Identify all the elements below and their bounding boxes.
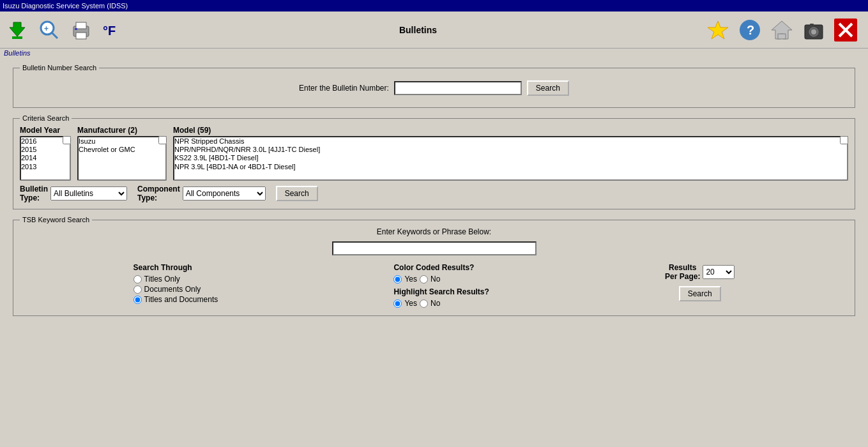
title-bar: Isuzu Diagnostic Service System (IDSS) bbox=[0, 0, 868, 11]
toolbar-right: ? bbox=[704, 17, 859, 43]
criteria-search-button[interactable]: Search bbox=[276, 186, 318, 201]
highlight-no-radio[interactable] bbox=[420, 299, 428, 308]
bulletin-number-label: Enter the Bulletin Number: bbox=[299, 84, 389, 93]
tsb-search-button[interactable]: Search bbox=[679, 286, 721, 301]
home-icon[interactable] bbox=[768, 17, 795, 43]
svg-rect-8 bbox=[75, 28, 77, 30]
svg-point-17 bbox=[811, 29, 816, 34]
tsb-keyword-legend: TSB Keyword Search bbox=[20, 216, 92, 224]
bulletin-type-group: BulletinType: All Bulletins TSB Campaign… bbox=[20, 185, 127, 202]
manufacturer-header: Manufacturer (2) bbox=[77, 126, 167, 135]
close-icon[interactable] bbox=[832, 17, 859, 43]
bulletin-number-input[interactable] bbox=[394, 81, 522, 95]
documents-only-row: Documents Only bbox=[133, 285, 218, 294]
bulletin-number-search-button[interactable]: Search bbox=[527, 80, 569, 96]
toolbar: + °F Bulletins bbox=[0, 11, 868, 49]
print-icon[interactable] bbox=[68, 17, 95, 43]
titles-only-label: Titles Only bbox=[144, 275, 180, 284]
model-year-list-wrapper: 2016 2015 2014 2013 bbox=[20, 136, 71, 181]
keyword-label: Enter Keywords or Phrase Below: bbox=[377, 227, 491, 236]
tsb-options-row: Search Through Titles Only Documents Onl… bbox=[20, 263, 848, 309]
model-year-all-checkbox[interactable] bbox=[63, 136, 71, 144]
svg-marker-10 bbox=[708, 21, 728, 39]
model-year-col: Model Year 2016 2015 2014 2013 bbox=[20, 126, 71, 181]
color-coded-label: Color Coded Results? bbox=[393, 263, 489, 272]
svg-rect-7 bbox=[76, 33, 86, 39]
svg-text:?: ? bbox=[747, 23, 754, 37]
color-coded-no-label: No bbox=[430, 275, 440, 284]
search-zoom-icon[interactable]: + bbox=[36, 17, 63, 43]
app-title: Isuzu Diagnostic Service System (IDSS) bbox=[3, 2, 128, 10]
component-type-label: ComponentType: bbox=[137, 185, 180, 202]
highlight-label: Highlight Search Results? bbox=[393, 287, 489, 296]
bulletin-type-label: BulletinType: bbox=[20, 185, 48, 202]
color-coded-section: Color Coded Results? Yes No Highlight Se… bbox=[393, 263, 489, 309]
manufacturer-list-wrapper: Isuzu Chevrolet or GMC bbox=[77, 136, 167, 181]
search-through-label: Search Through bbox=[133, 263, 218, 272]
help-icon[interactable]: ? bbox=[736, 17, 763, 43]
results-per-page-group: ResultsPer Page: 10 20 30 50 bbox=[665, 263, 735, 281]
main-content: Bulletin Number Search Enter the Bulleti… bbox=[0, 57, 868, 447]
svg-marker-0 bbox=[10, 22, 25, 36]
model-list-wrapper: NPR Stripped Chassis NPR/NPRHD/NQR/NRR 3… bbox=[173, 136, 848, 181]
search-through-section: Search Through Titles Only Documents Onl… bbox=[133, 263, 218, 305]
titles-only-row: Titles Only bbox=[133, 275, 218, 284]
svg-text:+: + bbox=[44, 24, 49, 33]
results-per-page-select[interactable]: 10 20 30 50 bbox=[703, 265, 735, 279]
bulletin-number-row: Enter the Bulletin Number: Search bbox=[20, 75, 848, 101]
svg-text:°F: °F bbox=[103, 24, 116, 38]
highlight-yes-row: Yes No bbox=[393, 299, 489, 308]
favorites-icon[interactable] bbox=[704, 17, 731, 43]
temperature-icon[interactable]: °F bbox=[100, 17, 126, 43]
titles-and-documents-radio[interactable] bbox=[133, 296, 142, 304]
highlight-yes-radio[interactable] bbox=[393, 299, 402, 308]
manufacturer-col: Manufacturer (2) Isuzu Chevrolet or GMC bbox=[77, 126, 167, 181]
toolbar-left: + °F bbox=[4, 17, 126, 43]
highlight-no-label: No bbox=[430, 299, 440, 308]
screenshot-icon[interactable] bbox=[800, 17, 827, 43]
model-header: Model (59) bbox=[173, 126, 848, 135]
model-list[interactable]: NPR Stripped Chassis NPR/NPRHD/NQR/NRR 3… bbox=[173, 136, 848, 181]
color-coded-yes-row: Yes No bbox=[393, 275, 489, 284]
color-coded-yes-radio[interactable] bbox=[393, 275, 402, 284]
page-title: Bulletins bbox=[399, 25, 437, 35]
criteria-search-legend: Criteria Search bbox=[20, 114, 72, 122]
model-year-header: Model Year bbox=[20, 126, 71, 135]
svg-rect-1 bbox=[12, 36, 22, 39]
svg-rect-18 bbox=[810, 24, 814, 26]
bulletin-number-search-section: Bulletin Number Search Enter the Bulleti… bbox=[13, 64, 855, 108]
keyword-input-row bbox=[20, 241, 848, 255]
highlight-yes-label: Yes bbox=[404, 299, 417, 308]
keyword-label-row: Enter Keywords or Phrase Below: bbox=[20, 227, 848, 236]
results-section: ResultsPer Page: 10 20 30 50 Search bbox=[665, 263, 735, 301]
documents-only-label: Documents Only bbox=[144, 285, 201, 294]
criteria-bottom-row: BulletinType: All Bulletins TSB Campaign… bbox=[20, 185, 848, 202]
bulletin-type-select[interactable]: All Bulletins TSB Campaign Field Fix bbox=[50, 186, 127, 201]
titles-and-documents-label: Titles and Documents bbox=[144, 295, 218, 304]
bulletin-number-legend: Bulletin Number Search bbox=[20, 64, 99, 72]
criteria-search-section: Criteria Search Model Year 2016 2015 201… bbox=[13, 114, 855, 209]
color-coded-no-radio[interactable] bbox=[420, 275, 428, 284]
component-type-select[interactable]: All Components Engine Transmission Brake… bbox=[183, 186, 266, 201]
titles-and-documents-row: Titles and Documents bbox=[133, 295, 218, 304]
model-col: Model (59) NPR Stripped Chassis NPR/NPRH… bbox=[173, 126, 848, 181]
download-icon[interactable] bbox=[4, 17, 31, 43]
documents-only-radio[interactable] bbox=[133, 285, 142, 294]
manufacturer-list[interactable]: Isuzu Chevrolet or GMC bbox=[77, 136, 167, 181]
svg-line-3 bbox=[52, 33, 57, 38]
tsb-keyword-search-section: TSB Keyword Search Enter Keywords or Phr… bbox=[13, 216, 855, 316]
criteria-lists-row: Model Year 2016 2015 2014 2013 Manufactu… bbox=[20, 126, 848, 181]
breadcrumb: Bulletins bbox=[0, 49, 868, 57]
model-all-checkbox[interactable] bbox=[840, 136, 848, 144]
component-type-group: ComponentType: All Components Engine Tra… bbox=[137, 185, 266, 202]
svg-rect-6 bbox=[76, 22, 86, 29]
titles-only-radio[interactable] bbox=[133, 275, 142, 284]
svg-rect-14 bbox=[778, 34, 786, 39]
color-coded-yes-label: Yes bbox=[404, 275, 417, 284]
results-per-page-label: ResultsPer Page: bbox=[665, 263, 700, 281]
manufacturer-all-checkbox[interactable] bbox=[158, 136, 167, 144]
keyword-input[interactable] bbox=[332, 241, 537, 255]
